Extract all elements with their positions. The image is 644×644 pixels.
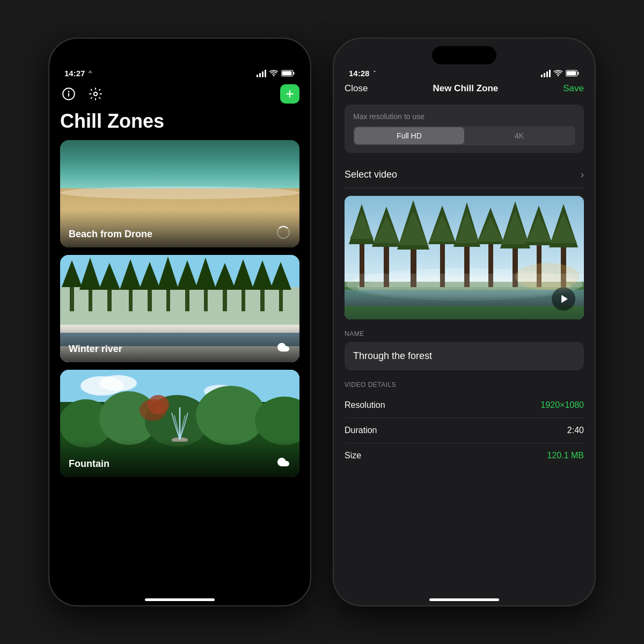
left-phone: 14:27 [48, 38, 311, 606]
status-time-right: 14:28 [349, 69, 378, 78]
form-content: Max resolution to use Full HD 4K Select … [334, 99, 595, 598]
play-button[interactable] [552, 287, 575, 311]
svg-rect-0 [257, 75, 258, 77]
status-bar-right: 14:28 [334, 64, 595, 78]
svg-rect-52 [541, 75, 543, 77]
settings-icon-button[interactable] [87, 85, 104, 103]
details-section-label: VIDEO DETAILS [345, 381, 584, 389]
home-indicator-left [145, 598, 215, 601]
svg-rect-63 [345, 290, 584, 306]
size-key: Size [345, 451, 361, 460]
winter-cloud-icon [276, 340, 291, 355]
add-zone-button[interactable] [280, 84, 299, 104]
resolution-container: Max resolution to use Full HD 4K [345, 105, 584, 153]
svg-point-40 [99, 375, 137, 391]
status-icons-right [541, 70, 580, 77]
toolbar-left [60, 85, 104, 103]
winter-overlay: Winter river [60, 325, 299, 362]
svg-marker-93 [561, 295, 568, 303]
nav-bar: Close New Chill Zone Save [334, 78, 595, 99]
fountain-cloud-icon [276, 455, 291, 470]
svg-rect-1 [259, 73, 261, 77]
duration-value: 2:40 [567, 426, 584, 435]
svg-rect-5 [294, 72, 295, 75]
svg-rect-58 [567, 71, 576, 76]
dynamic-island-right [432, 46, 496, 64]
svg-point-49 [148, 395, 169, 414]
svg-point-8 [94, 92, 98, 96]
segment-fullhd[interactable]: Full HD [354, 127, 464, 144]
detail-row-resolution: Resolution 1920×1080 [345, 393, 584, 418]
page-title: Chill Zones [60, 108, 299, 140]
select-video-row[interactable]: Select video › [345, 162, 584, 188]
close-button[interactable]: Close [345, 83, 368, 94]
winter-zone-name: Winter river [69, 343, 122, 355]
dynamic-island-left [148, 46, 212, 64]
resolution-label: Max resolution to use [353, 112, 575, 121]
beach-overlay: Beach from Drone [60, 210, 299, 247]
svg-point-46 [196, 386, 266, 445]
left-phone-content: Chill Zones Beach from Drone [49, 78, 310, 598]
svg-rect-55 [549, 70, 551, 77]
zone-card-winter[interactable]: Winter river [60, 255, 299, 362]
beach-status-icon [276, 225, 291, 240]
svg-rect-54 [546, 71, 548, 77]
nav-title: New Chill Zone [433, 83, 498, 94]
home-indicator-right [429, 598, 499, 601]
info-icon-button[interactable] [60, 85, 77, 103]
zone-card-fountain[interactable]: Fountain [60, 370, 299, 477]
name-field[interactable]: Through the forest [345, 342, 584, 370]
fountain-overlay: Fountain [60, 440, 299, 477]
video-thumbnail[interactable] [345, 196, 584, 319]
status-icons-left [257, 70, 295, 77]
segment-control[interactable]: Full HD 4K [353, 126, 575, 145]
duration-key: Duration [345, 426, 377, 435]
video-details-section: VIDEO DETAILS Resolution 1920×1080 Durat… [345, 381, 584, 468]
resolution-key: Resolution [345, 400, 385, 410]
save-button[interactable]: Save [563, 83, 584, 94]
svg-rect-6 [282, 71, 292, 76]
toolbar [60, 82, 299, 108]
name-section-label: NAME [345, 330, 584, 338]
detail-row-duration: Duration 2:40 [345, 418, 584, 443]
fountain-zone-name: Fountain [69, 458, 109, 470]
select-video-label: Select video [345, 169, 397, 180]
right-phone: 14:28 Close New Chill Zone Save Max reso… [333, 38, 596, 606]
chevron-right-icon: › [581, 169, 584, 180]
name-value: Through the forest [353, 350, 432, 361]
right-phone-content: Close New Chill Zone Save Max resolution… [334, 78, 595, 605]
zone-list: Beach from Drone [60, 140, 299, 477]
svg-rect-53 [544, 73, 545, 77]
detail-row-size: Size 120.1 MB [345, 443, 584, 468]
loading-spinner [277, 226, 290, 239]
beach-zone-name: Beach from Drone [69, 229, 152, 240]
status-bar-left: 14:27 [49, 64, 310, 78]
resolution-value: 1920×1080 [540, 400, 584, 410]
svg-rect-3 [265, 70, 266, 77]
size-value: 120.1 MB [547, 451, 584, 460]
status-time-left: 14:27 [64, 69, 93, 78]
svg-rect-57 [578, 72, 579, 75]
segment-4k[interactable]: 4K [464, 127, 574, 144]
svg-rect-92 [345, 274, 584, 287]
svg-rect-2 [262, 71, 264, 77]
zone-card-beach[interactable]: Beach from Drone [60, 140, 299, 247]
